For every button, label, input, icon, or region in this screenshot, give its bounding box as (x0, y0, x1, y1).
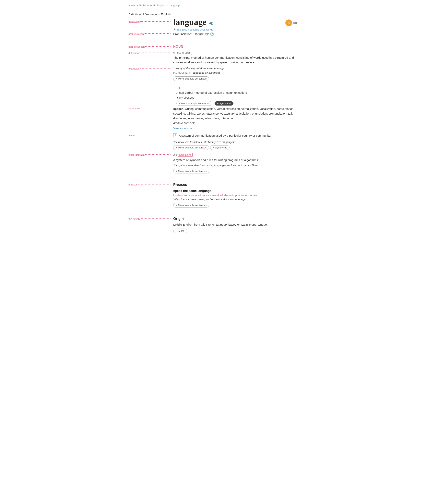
breadcrumb-word[interactable]: language (170, 4, 180, 7)
sense1-number: 1 [MASS NOUN] (173, 51, 298, 55)
computing-label: Computing (178, 153, 192, 156)
phrases-divider (128, 179, 298, 179)
langage-italic: langage (216, 223, 227, 226)
headword-label: headword (128, 20, 140, 23)
pos-noun: NOUN (173, 45, 183, 48)
phrases-dots (138, 184, 171, 184)
breadcrumb-sep2: > (167, 4, 168, 7)
etymology-content: Origin Middle English: from Old French l… (172, 217, 298, 236)
synonyms-content-col: speech, writing, communication, verbal e… (172, 107, 298, 130)
phrases-heading: Phrases (173, 183, 298, 187)
subsense1-1-row: 1.1 A non-verbal method of expression or… (128, 84, 298, 106)
origin-text-middle: , based on Latin (227, 223, 248, 226)
breadcrumb-home[interactable]: home (128, 4, 135, 7)
label-domain-dots (145, 154, 171, 155)
as-modifier-label: [AS MODIFIER]: (173, 72, 191, 74)
phrases-content: Phrases speak the same language Understa… (172, 183, 298, 210)
headword-dots (140, 21, 171, 22)
sense2-buttons-row: + More example sentences + Synonyms (173, 145, 298, 150)
sense2-number-badge: 2 (173, 133, 177, 137)
more-btn[interactable]: + More (173, 229, 187, 233)
headword-content: language ◀) ✎ cite (172, 17, 298, 27)
origin-heading: Origin (173, 217, 298, 221)
subsense1-1-example: 'body language' (177, 96, 298, 100)
headword-label-col: headword (128, 17, 172, 23)
def-word-italic: language (145, 13, 157, 16)
more-examples-btn-2[interactable]: + More example sentences (173, 145, 209, 150)
help-icon[interactable]: ? (210, 32, 214, 36)
syn-rest: writing, communication, verbal expressio… (173, 107, 294, 120)
star-icon: ★ (173, 28, 176, 31)
syn-first: speech, (173, 107, 184, 110)
examples-label: examples (128, 67, 139, 70)
subsense1-1-number: 1.1 (177, 87, 298, 90)
sense2-1-number: 2.1 (173, 153, 177, 156)
phrase1-name: speak the same language (173, 189, 298, 193)
sense-dots (136, 135, 171, 135)
sense2-synonyms-btn[interactable]: + Synonyms (210, 145, 229, 150)
sense2-row: sense 2 A system of communication used b… (128, 133, 298, 150)
sense-label: sense (128, 134, 135, 137)
sense1-content: 1 [MASS NOUN] The principal method of hu… (172, 51, 298, 66)
page-container: home > British & World English > languag… (125, 4, 301, 240)
def-of-text: Definition of (128, 13, 144, 16)
more-examples-btn-phrase1[interactable]: + More example sentences (173, 203, 209, 207)
example1-text: 'a study of the way children learn langu… (173, 67, 298, 70)
pronunciation-content: Pronunciation: /ˈlaŋɡwɪdʒ/ ? (172, 32, 298, 36)
lingua-italic: lingua (248, 223, 256, 226)
sense2-content: 2 A system of communication used by a pa… (172, 133, 298, 150)
cite-button[interactable]: ✎ cite (285, 20, 298, 26)
origin-text-after: 'tongue'. (256, 223, 268, 226)
sense2-example: 'the book was translated into twenty-fiv… (173, 140, 298, 144)
pos-label-col: part of speech (128, 45, 172, 48)
headword-word: language (173, 17, 206, 27)
top1000-row: ★ Top 1000 frequently used words (173, 28, 298, 31)
sense2-1-definition: A system of symbols and rules for writin… (173, 158, 298, 162)
origin-divider (128, 213, 298, 213)
more-examples-btn-1[interactable]: + More example sentences (173, 76, 209, 81)
pronunciation-section: pronunciation Pronunciation: /ˈlaŋɡwɪdʒ/… (128, 32, 298, 36)
phrases-label-col: phrases (128, 183, 172, 186)
pos-label: part of speech (128, 45, 145, 48)
pos-dots (145, 46, 171, 47)
more-examples-btn-1-1[interactable]: + More example sentences (177, 101, 212, 106)
subsense1-1-content: 1.1 A non-verbal method of expression or… (172, 84, 298, 106)
bottom-divider (128, 240, 298, 240)
pos-content: NOUN (172, 45, 298, 48)
sense2-1-row: label (domain) 2.1 Computing A system of… (128, 153, 298, 175)
breadcrumb: home > British & World English > languag… (128, 4, 298, 7)
pos-divider (128, 39, 298, 39)
synonyms-text: speech, writing, communication, verbal e… (173, 107, 298, 125)
pronunciation-dots (145, 33, 171, 34)
origin-text: Middle English: from Old French langage,… (173, 223, 298, 226)
more-examples-btn-2-1[interactable]: + More example sentences (173, 169, 209, 174)
sense2-definition: A system of communication used by a part… (179, 133, 271, 138)
sense1-row: definition 1 [MASS NOUN] The principal m… (128, 51, 298, 66)
sense2-1-header: 2.1 Computing (173, 153, 298, 156)
sense1-definition: The principal method of human communicat… (173, 55, 298, 65)
phrases-label: phrases (128, 183, 137, 186)
audio-icon[interactable]: ◀) (208, 21, 213, 26)
sense2-def-row: 2 A system of communication used by a pa… (173, 133, 298, 139)
view-synonyms-link[interactable]: View synonyms (173, 127, 192, 130)
etymology-dots (141, 218, 171, 219)
etymology-label-col: etymology (128, 217, 172, 220)
phrase1-example: 'when it comes to business, we both spea… (173, 198, 298, 201)
breadcrumb-sep1: > (136, 4, 138, 7)
subsense1-1-definition: A non-verbal method of expression or com… (177, 90, 298, 95)
top1000-text: Top 1000 frequently used words (177, 28, 213, 31)
label-domain-col: label (domain) (128, 153, 172, 156)
subsense1-1-block: 1.1 A non-verbal method of expression or… (173, 87, 298, 106)
synonyms-row: synonyms speech, writing, communication,… (128, 107, 298, 130)
synonyms-toggle-btn[interactable]: − Synonyms (215, 101, 234, 106)
as-modifier-row: [AS MODIFIER]: 'language development' (173, 71, 298, 74)
subsense1-1-buttons-row: + More example sentences − Synonyms (177, 101, 298, 106)
definition-label: definition (128, 51, 139, 55)
subsense1-1-label-col (128, 84, 172, 84)
syn-archaic-label: archaic (173, 121, 183, 125)
breadcrumb-british-world[interactable]: British & World English (139, 4, 165, 7)
label-domain-label: label (domain) (128, 153, 145, 156)
headword-section: headword language ◀) ✎ cite (128, 17, 298, 27)
origin-text-before: Middle English: from Old French (173, 223, 216, 226)
synonyms-dots (141, 108, 171, 108)
